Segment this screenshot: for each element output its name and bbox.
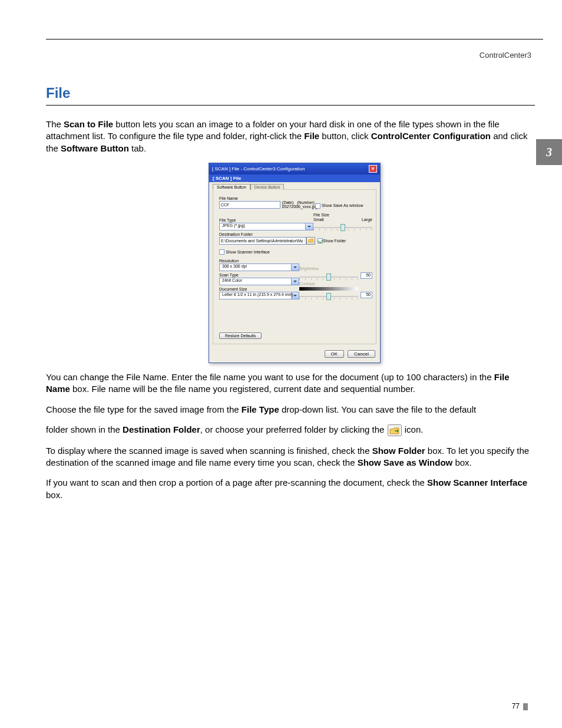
label-destination-folder: Destination Folder xyxy=(219,232,370,236)
label-show-save-as: Show Save As window xyxy=(322,203,363,207)
browse-folder-icon[interactable] xyxy=(306,237,315,245)
date-example: 05272006_xxxx.jpg xyxy=(282,205,315,209)
filetype-paragraph-2: folder shown in the Destination Folder, … xyxy=(46,424,535,437)
document-size-select[interactable]: Letter 8 1/2 x 11 in (215.9 x 279.4 mm) xyxy=(219,292,299,299)
label-document-size: Document Size xyxy=(219,287,299,291)
destination-folder-input[interactable] xyxy=(219,237,306,245)
header-application-name: ControlCenter3 xyxy=(480,51,531,60)
browse-folder-icon-inline xyxy=(387,424,402,437)
top-rule xyxy=(46,39,543,39)
file-type-select[interactable]: JPEG (*.jpg) xyxy=(219,223,313,230)
restore-defaults-button[interactable]: Restore Defaults xyxy=(219,332,262,339)
label-resolution: Resolution xyxy=(219,259,299,263)
show-folder-checkbox[interactable] xyxy=(318,238,323,243)
label-date: (Date) xyxy=(282,200,293,205)
label-number: (Number) xyxy=(297,200,315,205)
tab-device-button[interactable]: Device Button xyxy=(250,184,285,190)
filetype-paragraph-1: Choose the file type for the saved image… xyxy=(46,404,535,416)
ok-button[interactable]: OK xyxy=(325,350,345,358)
configuration-dialog: [ SCAN ] File - ControlCenter3 Configura… xyxy=(209,163,381,363)
label-contrast: Contrast xyxy=(299,282,372,286)
intro-paragraph: The Scan to File button lets you scan an… xyxy=(46,118,535,154)
show-scanner-checkbox[interactable] xyxy=(219,249,224,255)
page-number: 77 xyxy=(512,702,528,710)
contrast-value: 50 xyxy=(361,292,372,298)
label-large: Large xyxy=(362,218,372,222)
label-brightness: Brightness xyxy=(299,266,372,271)
title-underline xyxy=(46,105,535,106)
label-small: Small xyxy=(313,218,324,222)
cancel-button[interactable]: Cancel xyxy=(348,350,375,358)
file-size-slider[interactable] xyxy=(313,227,372,228)
contrast-slider[interactable] xyxy=(299,296,358,297)
show-folder-paragraph: To display where the scanned image is sa… xyxy=(46,445,535,469)
filename-paragraph: You can change the File Name. Enter the … xyxy=(46,371,535,396)
close-icon[interactable]: × xyxy=(369,165,377,173)
dialog-title: [ SCAN ] File - ControlCenter3 Configura… xyxy=(212,166,305,172)
page-title: File xyxy=(46,85,543,101)
label-file-size: File Size xyxy=(313,213,372,217)
label-file-name: File Name xyxy=(219,196,282,200)
scanner-interface-paragraph: If you want to scan and then crop a port… xyxy=(46,477,535,501)
label-file-type: File Type xyxy=(219,218,313,222)
label-show-scanner: Show Scanner Interface xyxy=(226,250,270,254)
label-show-folder: Show Folder xyxy=(323,239,346,243)
tab-software-button[interactable]: Software Button xyxy=(213,184,250,190)
brightness-value: 50 xyxy=(361,272,372,279)
file-name-input[interactable] xyxy=(219,201,280,209)
resolution-select[interactable]: 300 x 300 dpi xyxy=(219,263,299,271)
scan-type-select[interactable]: 24bit Color xyxy=(219,278,299,285)
label-scan-type: Scan Type xyxy=(219,273,299,277)
brightness-slider[interactable] xyxy=(299,276,358,278)
show-save-as-checkbox[interactable] xyxy=(315,203,320,209)
chapter-side-tab: 3 xyxy=(536,139,562,165)
